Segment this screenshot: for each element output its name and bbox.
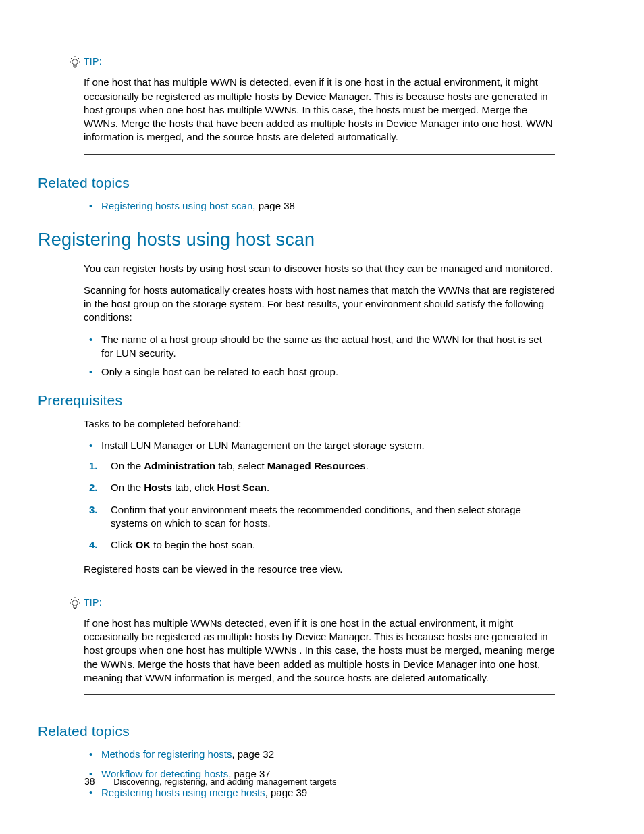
related-topics-list-2: Methods for registering hosts, page 32 W… (84, 748, 555, 800)
list-item: Only a single host can be related to eac… (101, 365, 555, 379)
tip-box: TIP: If one host that has multiple WWN i… (84, 51, 555, 155)
ui-term: Administration (144, 460, 215, 471)
step-item: On the Hosts tab, click Host Scan. (89, 481, 555, 494)
ui-term: OK (136, 539, 151, 550)
page-footer: 38 Discovering, registering, and adding … (84, 775, 336, 788)
list-item: Install LUN Manager or LUN Management on… (101, 439, 555, 452)
section-body: You can register hosts by using host sca… (84, 262, 555, 380)
paragraph: You can register hosts by using host sca… (84, 262, 555, 276)
tip-body: If one host that has multiple WWN is det… (84, 76, 555, 144)
paragraph: Registered hosts can be viewed in the re… (84, 563, 555, 576)
prerequisites-body: Tasks to be completed beforehand: Instal… (84, 417, 555, 696)
step-item: Confirm that your environment meets the … (89, 503, 555, 531)
step-item: On the Administration tab, select Manage… (89, 459, 555, 473)
tip-label: TIP: (84, 55, 102, 68)
page-ref: , page 39 (265, 787, 308, 798)
tip-body: If one host has multiple WWNs detected, … (84, 617, 555, 685)
ui-term: Managed Resources (267, 460, 366, 471)
ui-term: Hosts (144, 481, 172, 493)
svg-line-8 (71, 599, 72, 600)
page-ref: , page 38 (252, 200, 295, 211)
related-link-item: Registering hosts using merge hosts, pag… (101, 786, 555, 800)
related-link-item: Registering hosts using host scan, page … (101, 199, 555, 213)
svg-line-1 (71, 58, 72, 59)
section-heading: Registering hosts using host scan (38, 228, 555, 252)
page-number: 38 (84, 776, 95, 787)
tip-box: TIP: If one host has multiple WWNs detec… (84, 592, 555, 696)
lightbulb-icon (70, 56, 80, 73)
tip-header: TIP: (70, 596, 555, 614)
related-link-item: Methods for registering hosts, page 32 (101, 748, 555, 761)
ui-term: Host Scan (217, 481, 267, 493)
lightbulb-icon (70, 597, 80, 614)
footer-title: Discovering, registering, and adding man… (113, 777, 336, 787)
paragraph: Scanning for hosts automatically creates… (84, 284, 555, 325)
svg-point-5 (72, 59, 78, 65)
svg-line-9 (78, 599, 79, 600)
step-item: Click OK to begin the host scan. (89, 538, 555, 552)
related-topics-heading: Related topics (38, 174, 555, 192)
paragraph: Tasks to be completed beforehand: (84, 417, 555, 431)
svg-point-12 (72, 600, 78, 605)
related-link[interactable]: Registering hosts using merge hosts (101, 787, 265, 798)
related-topics-heading: Related topics (38, 722, 555, 741)
page-ref: , page 32 (232, 748, 274, 760)
tip-label: TIP: (84, 596, 102, 609)
related-link[interactable]: Registering hosts using host scan (101, 200, 252, 211)
page: TIP: If one host that has multiple WWN i… (0, 0, 644, 834)
steps-list: On the Administration tab, select Manage… (89, 459, 555, 552)
tip-header: TIP: (70, 55, 555, 73)
prerequisites-heading: Prerequisites (38, 391, 555, 410)
list-item: The name of a host group should be the s… (101, 333, 555, 361)
related-link[interactable]: Methods for registering hosts (101, 748, 232, 760)
tip-block-1: TIP: If one host that has multiple WWN i… (84, 51, 555, 155)
related-topics-list-1: Registering hosts using host scan, page … (84, 199, 555, 213)
svg-line-2 (78, 58, 79, 59)
